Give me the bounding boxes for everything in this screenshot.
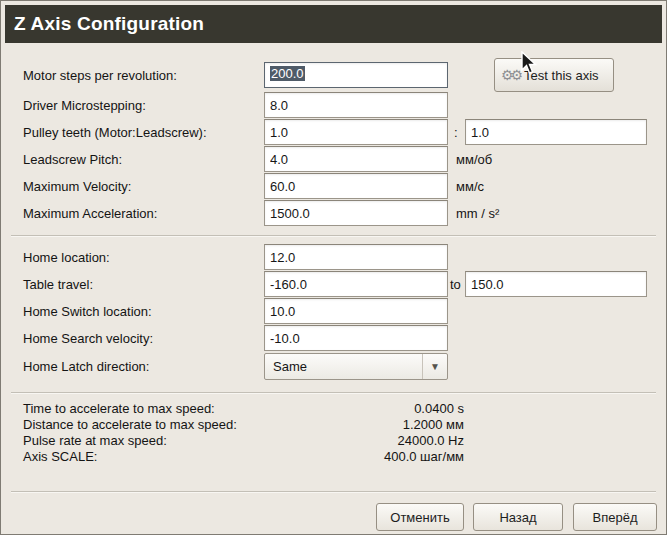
z-axis-configuration-dialog: Z Axis Configuration Motor steps per rev… (0, 0, 667, 535)
home-search-velocity-input[interactable] (264, 325, 448, 351)
max-acceleration-input[interactable] (264, 200, 448, 226)
dialog-title: Z Axis Configuration (5, 5, 662, 43)
separator (11, 392, 656, 394)
home-switch-label: Home Switch location: (23, 304, 152, 319)
axis-scale-label: Axis SCALE: (23, 449, 97, 464)
axis-scale-value: 400.0 шаг/мм (264, 449, 464, 464)
microstepping-label: Driver Microstepping: (23, 98, 146, 113)
accel-distance-value: 1.2000 мм (264, 417, 464, 432)
accel-time-label: Time to accelerate to max speed: (23, 401, 215, 416)
pulley-teeth-label: Pulley teeth (Motor:Leadscrew): (23, 125, 207, 140)
home-location-input[interactable] (264, 244, 448, 270)
max-acceleration-label: Maximum Acceleration: (23, 206, 157, 221)
pulley-leadscrew-input[interactable] (465, 119, 647, 145)
separator (11, 491, 656, 493)
table-travel-min-input[interactable] (264, 271, 448, 297)
test-axis-label: Test this axis (524, 68, 598, 83)
motor-steps-value: 200.0 (270, 66, 305, 81)
back-button[interactable]: Назад (473, 503, 563, 531)
separator (11, 235, 656, 237)
home-location-label: Home location: (23, 250, 110, 265)
max-velocity-label: Maximum Velocity: (23, 179, 131, 194)
chevron-down-icon: ▼ (422, 354, 447, 379)
test-axis-button[interactable]: ⚙⚙Test this axis (494, 58, 614, 92)
pulley-colon: : (454, 125, 458, 140)
max-velocity-unit: мм/с (456, 179, 484, 194)
max-velocity-input[interactable] (264, 173, 448, 199)
forward-button[interactable]: Вперёд (573, 503, 657, 531)
home-search-velocity-label: Home Search velocity: (23, 331, 153, 346)
motor-steps-input[interactable]: 200.0 (264, 62, 448, 88)
motor-steps-label: Motor steps per revolution: (23, 68, 177, 83)
table-travel-to-label: to (450, 277, 461, 292)
table-travel-label: Table travel: (23, 277, 93, 292)
home-latch-direction-label: Home Latch direction: (23, 359, 149, 374)
home-switch-input[interactable] (264, 298, 448, 324)
home-latch-direction-select[interactable]: Same ▼ (264, 353, 448, 380)
leadscrew-pitch-unit: мм/об (456, 152, 492, 167)
pulse-rate-label: Pulse rate at max speed: (23, 433, 167, 448)
leadscrew-pitch-label: Leadscrew Pitch: (23, 152, 122, 167)
table-travel-max-input[interactable] (465, 271, 647, 297)
max-acceleration-unit: mm / s² (456, 206, 499, 221)
pulse-rate-value: 24000.0 Hz (264, 433, 464, 448)
cancel-button[interactable]: Отменить (376, 503, 464, 531)
accel-time-value: 0.0400 s (264, 401, 464, 416)
pulley-motor-input[interactable] (264, 119, 448, 145)
leadscrew-pitch-input[interactable] (264, 146, 448, 172)
microstepping-input[interactable] (264, 92, 448, 118)
home-latch-selected-value: Same (273, 359, 307, 374)
gears-icon: ⚙⚙ (501, 67, 520, 83)
accel-distance-label: Distance to accelerate to max speed: (23, 417, 237, 432)
